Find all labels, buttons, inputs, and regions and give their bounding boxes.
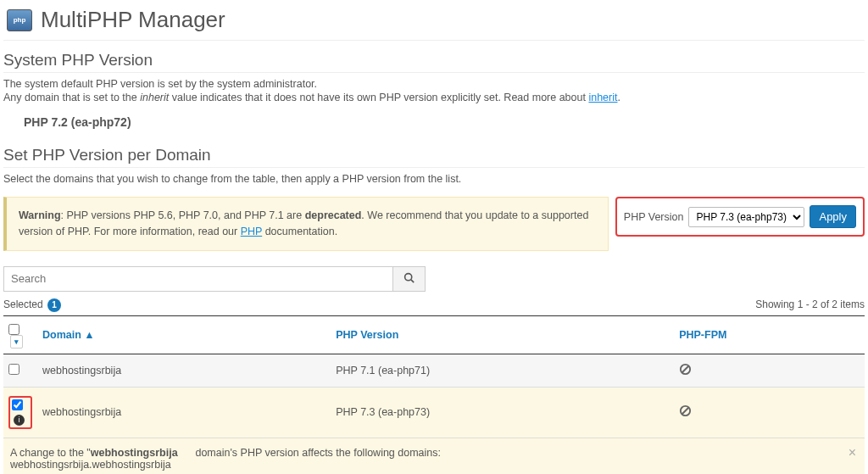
domain-cell: webhostingsrbija — [37, 387, 331, 438]
system-version-desc-2: Any domain that is set to the inherit va… — [3, 92, 865, 103]
app-icon: php — [7, 9, 32, 31]
system-version-desc-1: The system default PHP version is set by… — [3, 78, 865, 90]
per-domain-desc: Select the domains that you wish to chan… — [3, 173, 865, 185]
row-checkbox[interactable] — [12, 399, 23, 410]
select-all-checkbox[interactable] — [8, 324, 19, 335]
col-php[interactable]: PHP Version — [331, 315, 674, 354]
domain-cell: webhostingsrbija — [37, 354, 331, 387]
table-row: i webhostingsrbija PHP 7.3 (ea-php73) — [3, 387, 865, 438]
search-icon — [403, 272, 415, 283]
domains-table: ▾ Domain ▲ PHP Version PHP-FPM webhostin… — [3, 315, 865, 475]
info-icon[interactable]: i — [14, 415, 25, 426]
svg-line-3 — [682, 365, 689, 372]
system-php-version: PHP 7.2 (ea-php72) — [3, 105, 865, 139]
showing-label: Showing 1 - 2 of 2 items — [755, 298, 865, 312]
selected-count-badge: 1 — [47, 298, 61, 312]
col-fpm[interactable]: PHP-FPM — [674, 315, 865, 354]
php-cell: PHP 7.3 (ea-php73) — [331, 387, 674, 438]
search-input[interactable] — [3, 266, 393, 292]
table-row: webhostingsrbija PHP 7.1 (ea-php71) — [3, 354, 865, 387]
php-version-label: PHP Version — [624, 211, 684, 223]
fpm-cell — [674, 354, 865, 387]
system-version-heading: System PHP Version — [3, 51, 865, 73]
deprecation-warning: Warning: PHP versions PHP 5.6, PHP 7.0, … — [3, 197, 609, 251]
page-title: MultiPHP Manager — [41, 7, 225, 33]
apply-button[interactable]: Apply — [810, 205, 856, 228]
col-domain[interactable]: Domain ▲ — [37, 315, 331, 354]
inherit-link[interactable]: inherit — [588, 92, 617, 103]
fpm-cell — [674, 387, 865, 438]
svg-line-1 — [411, 279, 414, 282]
domain-change-notice: A change to the "webhostingsrbija domain… — [3, 438, 865, 474]
close-icon[interactable]: × — [849, 445, 856, 460]
apply-php-version-box: PHP Version PHP 7.3 (ea-php73) Apply — [615, 197, 865, 237]
ban-icon — [679, 363, 692, 376]
row-checkbox[interactable] — [8, 364, 19, 375]
selected-count-label: Selected 1 — [3, 298, 61, 312]
select-all-dropdown[interactable]: ▾ — [10, 335, 23, 349]
svg-line-5 — [682, 408, 689, 415]
php-cell: PHP 7.1 (ea-php71) — [331, 354, 674, 387]
ban-icon — [679, 404, 692, 417]
svg-point-0 — [405, 273, 412, 280]
php-version-select[interactable]: PHP 7.3 (ea-php73) — [688, 207, 804, 227]
php-doc-link[interactable]: PHP — [241, 226, 262, 237]
per-domain-heading: Set PHP Version per Domain — [3, 146, 865, 168]
search-button[interactable] — [393, 266, 426, 292]
